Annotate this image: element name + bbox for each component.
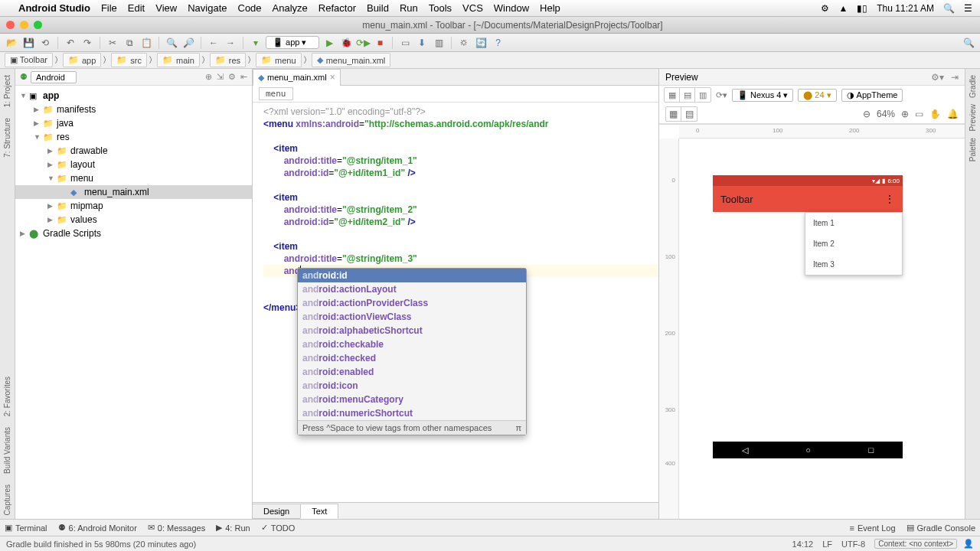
autocomplete-item[interactable]: android:checkable	[298, 337, 526, 351]
notifications-icon[interactable]: 🔔	[947, 109, 959, 119]
editor-tab[interactable]: ◆ menu_main.xml ×	[253, 69, 341, 86]
breadcrumb-Toolbar[interactable]: ▣ Toolbar	[5, 53, 53, 67]
collapse-all-icon[interactable]: ⇲	[217, 72, 224, 82]
language-icon[interactable]: ▦	[666, 107, 681, 121]
apply-changes-icon[interactable]: ⟳▶	[356, 36, 370, 50]
caret-position[interactable]: 14:12	[792, 540, 814, 549]
tree-node-drawable[interactable]: ▶📁 drawable	[15, 144, 252, 158]
tool-window-2: Favorites[interactable]: 2: Favorites	[3, 373, 11, 419]
bottom-tool-TODO[interactable]: ✓TODO	[261, 523, 296, 533]
mac-menu-file[interactable]: File	[101, 2, 117, 14]
tool-window-Gradle[interactable]: Gradle	[969, 72, 977, 101]
pan-icon[interactable]: ✋	[929, 109, 941, 119]
both-surface-icon[interactable]: ▥	[695, 88, 710, 102]
replace-icon[interactable]: 🔎	[181, 36, 195, 50]
tree-node-mipmap[interactable]: ▶📁 mipmap	[15, 199, 252, 213]
zoom-out-icon[interactable]: ⊖	[863, 109, 871, 119]
tree-node-layout[interactable]: ▶📁 layout	[15, 158, 252, 171]
tool-window-Captures[interactable]: Captures	[3, 481, 11, 519]
sdk-manager-icon[interactable]: ⬇	[415, 36, 429, 50]
project-view-selector[interactable]: Android	[31, 71, 77, 83]
api-selector[interactable]: ⬤ 24 ▾	[798, 89, 836, 102]
bottom-tool-0: Messages[interactable]: ✉0: Messages	[148, 523, 205, 533]
zoom-fit-icon[interactable]: ▭	[915, 109, 923, 119]
preview-canvas[interactable]: 0100200300 0100200300400 ▾◢ ▮ 6:00 Toolb…	[659, 125, 965, 519]
tool-window-1: Project[interactable]: 1: Project	[3, 72, 11, 110]
mac-menu-refactor[interactable]: Refactor	[318, 2, 356, 14]
theme-selector[interactable]: ◑AppTheme	[841, 89, 903, 102]
tool-window-Palette[interactable]: Palette	[969, 135, 977, 165]
tree-node-res[interactable]: ▼📁 res	[15, 130, 252, 144]
autocomplete-item[interactable]: android:enabled	[298, 365, 526, 379]
hide-preview-icon[interactable]: ⇥	[951, 72, 959, 83]
stop-icon[interactable]: ■	[373, 36, 387, 50]
scroll-from-source-icon[interactable]: ⊕	[205, 72, 212, 82]
autocomplete-item[interactable]: android:alphabeticShortcut	[298, 324, 526, 337]
mac-menu-code[interactable]: Code	[238, 2, 262, 14]
bottom-tool-4: Run[interactable]: ▶4: Run	[216, 523, 250, 533]
back-icon[interactable]: ←	[207, 36, 220, 50]
autocomplete-item[interactable]: android:actionProviderClass	[298, 296, 526, 310]
save-icon[interactable]: 💾	[21, 36, 35, 50]
tree-node-values[interactable]: ▶📁 values	[15, 213, 252, 227]
preview-settings-icon[interactable]: ⚙▾	[931, 72, 944, 83]
copy-icon[interactable]: ⧉	[122, 36, 136, 50]
breadcrumb-app[interactable]: 📁 app	[63, 53, 101, 67]
autocomplete-item[interactable]: android:actionLayout	[298, 282, 526, 296]
paste-icon[interactable]: 📋	[139, 36, 153, 50]
menu-icon[interactable]: ☰	[964, 3, 972, 14]
autocomplete-item[interactable]: android:actionViewClass	[298, 310, 526, 324]
tree-node-manifests[interactable]: ▶📁 manifests	[15, 103, 252, 116]
breadcrumb-src[interactable]: 📁 src	[111, 53, 147, 67]
mac-menu-edit[interactable]: Edit	[128, 2, 145, 14]
project-structure-icon[interactable]: ⛭	[457, 36, 471, 50]
code-editor[interactable]: <?xml version="1.0" encoding="utf-8"?><m…	[253, 103, 658, 502]
settings-icon[interactable]: ⚙	[228, 72, 236, 82]
wifi-icon[interactable]: ▲	[838, 3, 848, 14]
context-indicator[interactable]: Context: <no context>	[874, 539, 957, 549]
device-selector[interactable]: 📱 Nexus 4 ▾	[732, 89, 793, 102]
autocomplete-item[interactable]: android:menuCategory	[298, 393, 526, 406]
open-file-icon[interactable]: 📂	[5, 36, 18, 50]
battery-icon[interactable]: ▮▯	[857, 3, 867, 14]
bottom-tool-6: Android Monitor[interactable]: ⚉6: Android Monitor	[58, 523, 137, 533]
tool-window-Build Variants[interactable]: Build Variants	[3, 424, 11, 477]
editor-breadcrumb-tag[interactable]: menu	[259, 87, 293, 100]
autocomplete-popup[interactable]: android:idandroid:actionLayoutandroid:ac…	[297, 268, 527, 435]
find-icon[interactable]: 🔍	[165, 36, 178, 50]
mac-menu-window[interactable]: Window	[494, 2, 529, 14]
zoom-level[interactable]: 64%	[877, 109, 895, 119]
autocomplete-item[interactable]: android:id	[298, 269, 526, 282]
device-monitor-icon[interactable]: ▥	[432, 36, 446, 50]
mac-menu-tools[interactable]: Tools	[429, 2, 452, 14]
mac-menu-run[interactable]: Run	[400, 2, 418, 14]
mac-menu-help[interactable]: Help	[540, 2, 560, 14]
cut-icon[interactable]: ✂	[106, 36, 119, 50]
tree-node-menu[interactable]: ▼📁 menu	[15, 171, 252, 185]
breadcrumb-menu_main.xml[interactable]: ◆ menu_main.xml	[312, 53, 391, 67]
sync-icon[interactable]: ⟲	[38, 36, 52, 50]
tools-icon[interactable]: ⚙	[821, 3, 829, 14]
menubar-clock[interactable]: Thu 11:21 AM	[877, 3, 934, 14]
tree-node-menu_main.xml[interactable]: ◆ menu_main.xml	[15, 185, 252, 199]
blueprint-surface-icon[interactable]: ▤	[680, 88, 695, 102]
mac-menu-analyze[interactable]: Analyze	[273, 2, 308, 14]
undo-icon[interactable]: ↶	[64, 36, 77, 50]
breadcrumb-main[interactable]: 📁 main	[157, 53, 200, 67]
orientation-icon[interactable]: ⟳▾	[716, 90, 727, 100]
design-surface-icon[interactable]: ▦	[665, 88, 680, 102]
bottom-tool-Terminal[interactable]: ▣Terminal	[5, 523, 47, 533]
project-tree[interactable]: ▼▣ app ▶📁 manifests ▶📁 java ▼📁 res ▶📁 dr…	[15, 86, 252, 243]
minimize-window-button[interactable]	[20, 21, 28, 29]
tree-node-java[interactable]: ▶📁 java	[15, 116, 252, 130]
tree-node-app[interactable]: ▼▣ app	[15, 89, 252, 103]
tree-node-Gradle Scripts[interactable]: ▶⬤ Gradle Scripts	[15, 227, 252, 240]
file-encoding[interactable]: UTF-8	[841, 540, 865, 549]
forward-icon[interactable]: →	[224, 36, 237, 50]
tool-window-Preview[interactable]: Preview	[969, 101, 977, 135]
editor-mode-tab-design[interactable]: Design	[252, 504, 301, 519]
help-icon[interactable]: ?	[491, 36, 505, 50]
autocomplete-item[interactable]: android:icon	[298, 379, 526, 393]
autocomplete-item[interactable]: android:numericShortcut	[298, 406, 526, 420]
breadcrumb-res[interactable]: 📁 res	[210, 53, 246, 67]
